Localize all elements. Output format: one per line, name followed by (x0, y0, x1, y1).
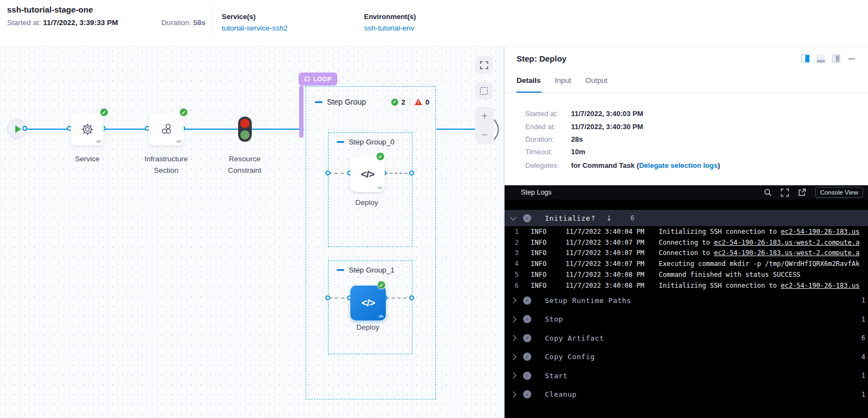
layout-split-view-icon[interactable] (802, 54, 810, 63)
log-line: 2INFO11/7/2022 3:40:07 PMConnecting to e… (505, 237, 868, 248)
layout-bottom-view-icon[interactable] (817, 54, 825, 63)
tab-input[interactable]: Input (555, 76, 571, 88)
chevron-right-icon[interactable] (510, 354, 516, 360)
chevron-right-icon[interactable] (510, 316, 516, 322)
console-view-button[interactable]: Console View (815, 187, 863, 198)
loopback-arc (493, 119, 504, 140)
host-link[interactable]: ec2-54-190-26-183.us (781, 228, 860, 235)
pipeline-canvas[interactable]: </> ✓ Service </> ✓ Infrastructure Secti… (0, 46, 504, 418)
step-details-panel: Step: Deploy Details Input Output Starte… (504, 46, 868, 418)
log-line: 3INFO11/7/2022 3:40:07 PMConnection to e… (505, 248, 868, 259)
detail-row-delegates: Delegates:for Command Task (Delegate sel… (525, 161, 720, 169)
deploy-step-node-selected[interactable]: </> </> (350, 286, 386, 320)
success-badge-icon: ✓ (377, 281, 386, 289)
section-duration: 1 (861, 391, 865, 398)
service-link[interactable]: tutorial-service-ssh2 (222, 24, 288, 32)
resource-constraint-node[interactable] (238, 117, 252, 142)
code-icon: </> (361, 297, 374, 309)
log-section-copy-artifact[interactable]: ✓ Copy Artifact 6 (505, 329, 868, 348)
zoom-out-button[interactable]: − (481, 129, 488, 140)
layout-right-view-icon[interactable] (832, 54, 840, 63)
log-section-stop[interactable]: ✓ Stop 1 (505, 310, 868, 329)
success-count-icon: ✓ (391, 99, 398, 106)
script-indicator-icon: </> (96, 139, 101, 144)
host-link[interactable]: ec2-54-190-26-183.us-west-2.compute.a (714, 249, 859, 257)
minimize-panel-icon[interactable] (848, 58, 855, 59)
edge-port (325, 295, 330, 300)
step-group-0-label: Step Group_0 (349, 138, 394, 146)
services-column: Service(s) tutorial-service-ssh2 (222, 13, 288, 32)
deploy-step-label: Deploy (334, 197, 399, 208)
success-badge-icon: ✓ (376, 152, 385, 161)
log-line: 5INFO11/7/2022 3:40:08 PMCommand finishe… (505, 269, 868, 280)
log-section-cleanup[interactable]: ✓ Cleanup 1 (505, 385, 868, 404)
search-icon[interactable] (764, 189, 772, 196)
edge-port (409, 295, 414, 300)
infrastructure-node[interactable]: </> (149, 113, 184, 146)
tab-details[interactable]: Details (517, 76, 541, 88)
gear-icon (80, 122, 95, 137)
stage-duration: Duration: 58s (161, 19, 205, 27)
chevron-right-icon[interactable] (510, 297, 516, 303)
code-icon: </> (361, 168, 374, 180)
open-in-new-window-icon[interactable] (798, 189, 806, 196)
deploy-step-label: Deploy (335, 322, 400, 333)
success-badge-icon: ✓ (179, 108, 188, 117)
traffic-green-light-icon (240, 130, 250, 140)
success-badge-icon: ✓ (100, 108, 108, 117)
traffic-red-light-icon (240, 119, 250, 128)
loop-badge[interactable]: LOOP (299, 72, 337, 86)
delegate-selection-logs-link[interactable]: Delegate selection logs (639, 161, 718, 169)
step-group-counts: ✓ 2 ! 0 (391, 98, 429, 106)
log-line: 6INFO11/7/2022 3:40:08 PMInitializing SS… (505, 280, 868, 291)
section-success-icon: ✓ (523, 315, 531, 323)
environments-column: Environment(s) ssh-tutorial-env (364, 13, 416, 32)
chevron-right-icon[interactable] (510, 372, 516, 378)
scroll-up-icon[interactable]: ↑ (590, 214, 596, 222)
hexagons-icon (159, 122, 174, 137)
failed-count: 0 (426, 98, 429, 106)
section-success-icon: ✓ (523, 334, 531, 342)
canvas-select-button[interactable] (475, 82, 493, 100)
section-success-icon: ✓ (523, 353, 531, 361)
deploy-step-node[interactable]: </> </> (350, 157, 385, 192)
detail-row: Ended at:11/7/2022, 3:40:30 PM (525, 123, 643, 131)
script-indicator-icon: </> (176, 139, 181, 144)
log-section-initialize[interactable]: ✓ Initialize ↑ ↓ 6 (505, 210, 868, 226)
collapse-group-icon[interactable] (337, 269, 344, 271)
step-group-label: Step Group (327, 98, 366, 106)
scroll-down-icon[interactable]: ↓ (606, 214, 612, 222)
fullscreen-icon (480, 61, 488, 69)
zoom-in-button[interactable]: + (481, 111, 488, 122)
chevron-right-icon[interactable] (510, 391, 516, 397)
section-success-icon: ✓ (523, 372, 531, 380)
collapse-group-icon[interactable] (315, 101, 323, 103)
chevron-right-icon[interactable] (510, 335, 516, 341)
host-link[interactable]: ec2-54-190-26-183.us (781, 282, 860, 289)
section-duration: 1 (861, 372, 865, 379)
tab-output[interactable]: Output (585, 76, 608, 88)
canvas-fullscreen-button[interactable] (475, 56, 493, 74)
log-section-copy-config[interactable]: ✓ Copy Config 4 (505, 347, 868, 366)
panel-title: Step: Deploy (517, 54, 567, 63)
step-group-header: Step Group ✓ 2 ! 0 (315, 98, 429, 106)
zoom-control: + − (475, 107, 494, 144)
step-group-0-header: Step Group_0 (337, 138, 394, 146)
environment-link[interactable]: ssh-tutorial-env (364, 24, 416, 32)
step-logs-header: Step Logs Console View (505, 185, 868, 199)
chevron-down-icon[interactable] (510, 214, 516, 220)
log-section-start[interactable]: ✓ Start 1 (505, 366, 868, 385)
loop-badge-label: LOOP (313, 76, 332, 82)
log-section-setup-runtime-paths[interactable]: ✓ Setup Runtime Paths 1 (505, 291, 868, 310)
header-divider (213, 7, 213, 35)
collapse-group-icon[interactable] (337, 141, 344, 143)
execution-header: ssh-tutorial-stage-one Started at: 11/7/… (0, 0, 868, 46)
service-node[interactable]: </> (71, 113, 104, 146)
expand-logs-icon[interactable] (781, 189, 789, 197)
step-logs-console: Step Logs Console View ✓ Initialize ↑ ↓ … (505, 185, 868, 418)
step-group-1-label: Step Group_1 (349, 266, 394, 274)
count-divider (410, 98, 410, 106)
step-logs-title: Step Logs (521, 189, 551, 196)
script-indicator-icon: </> (378, 314, 383, 319)
host-link[interactable]: ec2-54-190-26-183.us-west-2.compute.a (714, 239, 859, 246)
